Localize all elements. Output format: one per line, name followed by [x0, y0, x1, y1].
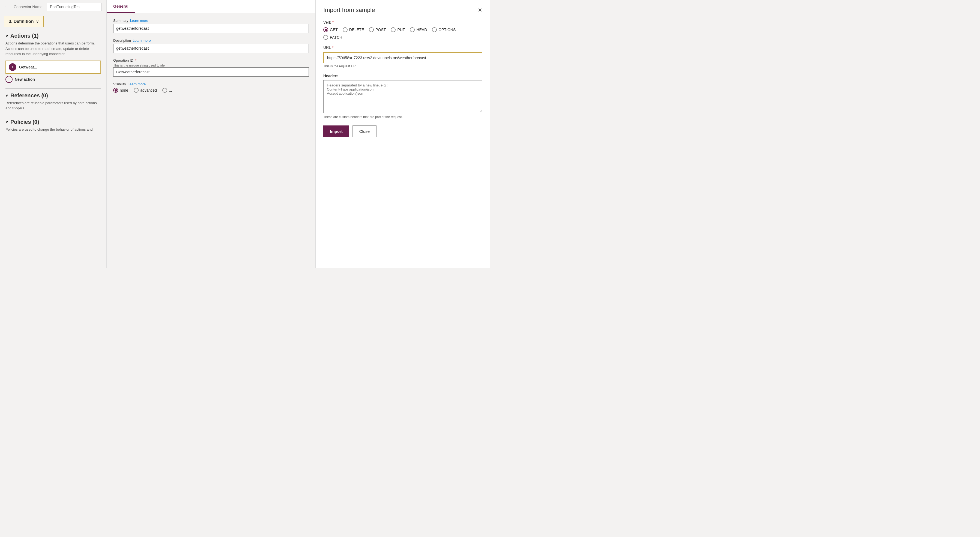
definition-tab[interactable]: 3. Definition ∨ — [4, 16, 44, 27]
references-section-header: ∨ References (0) — [5, 92, 101, 99]
import-button[interactable]: Import — [323, 126, 349, 137]
verb-radio-group: GET DELETE POST PUT HEAD OPTIONS — [323, 27, 482, 32]
verb-radio-get-dot — [325, 29, 327, 31]
required-star: * — [135, 58, 137, 62]
references-collapse-icon[interactable]: ∨ — [5, 93, 8, 98]
visibility-none-label: none — [120, 88, 128, 92]
actions-section-desc: Actions determine the operations that us… — [5, 41, 101, 57]
divider-1 — [5, 88, 101, 89]
actions-section-title: Actions (1) — [10, 33, 38, 39]
description-label: Description Learn more — [113, 38, 309, 43]
description-learn-more[interactable]: Learn more — [133, 38, 151, 43]
verb-put[interactable]: PUT — [391, 27, 405, 32]
new-action-button[interactable]: + New action — [5, 76, 101, 83]
new-action-label: New action — [15, 77, 35, 81]
form-area: Summary Learn more Description Learn mor… — [107, 13, 315, 104]
operation-id-hint: This is the unique string used to ide — [113, 64, 309, 67]
verb-post[interactable]: POST — [369, 27, 386, 32]
left-panel: ← Connector Name 3. Definition ∨ ∨ Actio… — [0, 0, 107, 268]
policies-section-desc: Policies are used to change the behavior… — [5, 127, 101, 132]
verb-required-star: * — [332, 20, 334, 25]
operation-id-label: Operation ID * — [113, 58, 309, 62]
headers-hint: These are custom headers that are part o… — [323, 115, 482, 119]
summary-label: Summary Learn more — [113, 19, 309, 23]
visibility-advanced-label: advanced — [140, 88, 157, 92]
description-input[interactable] — [113, 44, 309, 53]
middle-panel: General Summary Learn more Description L… — [107, 0, 315, 268]
tab-bar: General — [107, 0, 315, 13]
visibility-radio-group: none advanced ... — [113, 88, 309, 93]
form-row-description: Description Learn more — [113, 38, 309, 53]
url-section: URL * This is the request URL. — [323, 45, 482, 68]
url-input[interactable] — [323, 52, 482, 63]
visibility-learn-more[interactable]: Learn more — [128, 82, 146, 86]
verb-field-label: Verb * — [323, 20, 482, 25]
close-button[interactable]: Close — [353, 126, 377, 137]
headers-section: Headers These are custom headers that ar… — [323, 74, 482, 119]
summary-learn-more[interactable]: Learn more — [130, 19, 148, 23]
verb-delete[interactable]: DELETE — [343, 27, 364, 32]
close-panel-button[interactable]: ✕ — [478, 7, 482, 13]
connector-name-input[interactable] — [47, 3, 102, 11]
verb-radio-patch-circle — [323, 35, 328, 40]
verb-delete-label: DELETE — [349, 27, 364, 32]
definition-tab-label: 3. Definition — [9, 19, 34, 24]
back-button[interactable]: ← — [4, 4, 9, 10]
verb-radio-delete-circle — [343, 27, 348, 32]
references-section-title: References (0) — [10, 92, 48, 99]
import-panel: Import from sample ✕ Verb * GET DELETE P… — [315, 0, 490, 268]
radio-circle-other — [162, 88, 167, 93]
form-row-operation-id: Operation ID * This is the unique string… — [113, 58, 309, 77]
policies-collapse-icon[interactable]: ∨ — [5, 120, 8, 124]
visibility-option-advanced[interactable]: advanced — [134, 88, 157, 93]
form-row-summary: Summary Learn more — [113, 19, 309, 33]
operation-id-input[interactable] — [113, 67, 309, 77]
visibility-other-label: ... — [169, 88, 172, 92]
action-buttons: Import Close — [323, 126, 482, 137]
verb-radio-get-circle — [323, 27, 328, 32]
verb-radio-put-circle — [391, 27, 396, 32]
visibility-label: Visibility Learn more — [113, 82, 309, 86]
verb-radio-head-circle — [410, 27, 415, 32]
summary-input[interactable] — [113, 24, 309, 33]
actions-section-header: ∨ Actions (1) — [5, 33, 101, 39]
verb-patch[interactable]: PATCH — [323, 35, 342, 40]
url-field-label: URL * — [323, 45, 482, 50]
radio-dot-none — [115, 89, 117, 92]
verb-radio-options-circle — [432, 27, 437, 32]
verb-post-label: POST — [375, 27, 386, 32]
action-item-getweat[interactable]: 1 Getweat... ··· — [5, 60, 101, 74]
verb-head[interactable]: HEAD — [410, 27, 427, 32]
action-name: Getweat... — [19, 65, 91, 69]
references-section-desc: References are reusable parameters used … — [5, 100, 101, 111]
form-row-visibility: Visibility Learn more none advanced ... — [113, 82, 309, 93]
headers-label: Headers — [323, 74, 482, 78]
visibility-option-none[interactable]: none — [113, 88, 128, 93]
verb-patch-label: PATCH — [330, 35, 342, 40]
verb-section: Verb * GET DELETE POST PUT — [323, 20, 482, 40]
verb-radio-group-2: PATCH — [323, 35, 482, 40]
top-bar: ← Connector Name — [0, 0, 107, 14]
policies-section-header: ∨ Policies (0) — [5, 119, 101, 125]
import-panel-title: Import from sample — [323, 6, 375, 14]
verb-options[interactable]: OPTIONS — [432, 27, 456, 32]
tab-general[interactable]: General — [107, 0, 135, 13]
verb-get[interactable]: GET — [323, 27, 338, 32]
verb-options-label: OPTIONS — [438, 27, 456, 32]
left-content: ∨ Actions (1) Actions determine the oper… — [0, 29, 107, 139]
import-panel-header: Import from sample ✕ — [323, 6, 482, 14]
divider-2 — [5, 115, 101, 115]
actions-collapse-icon[interactable]: ∨ — [5, 34, 8, 38]
radio-circle-advanced — [134, 88, 138, 93]
url-hint: This is the request URL. — [323, 64, 482, 68]
chevron-down-icon: ∨ — [36, 19, 39, 24]
policies-section-title: Policies (0) — [10, 119, 39, 125]
action-badge: 1 — [9, 63, 16, 71]
action-more-button[interactable]: ··· — [94, 65, 98, 70]
visibility-option-other[interactable]: ... — [162, 88, 172, 93]
new-action-icon: + — [5, 76, 13, 83]
radio-circle-none — [113, 88, 118, 93]
headers-textarea[interactable] — [323, 80, 482, 113]
verb-radio-post-circle — [369, 27, 374, 32]
verb-get-label: GET — [330, 27, 338, 32]
